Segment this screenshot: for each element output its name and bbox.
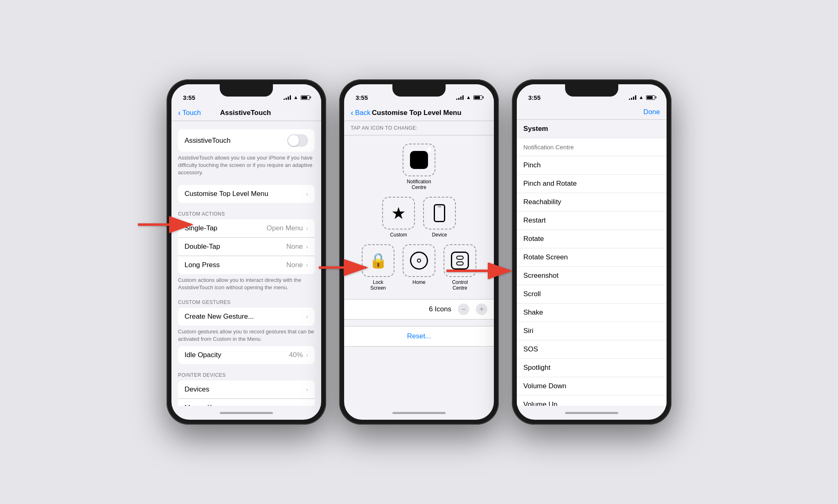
single-tap-item[interactable]: Single-Tap Open Menu › xyxy=(178,219,315,238)
idle-opacity-item[interactable]: Idle Opacity 40% › xyxy=(178,346,315,364)
pinch-rotate-item[interactable]: Pinch and Rotate xyxy=(517,175,667,193)
screen-2: 3:55 ▲ ‹ Bac xyxy=(344,84,494,420)
home-indicator-3 xyxy=(517,406,667,420)
back-label-2[interactable]: Back xyxy=(355,109,371,117)
customise-menu-item[interactable]: Customise Top Level Menu › xyxy=(178,185,315,203)
reset-button[interactable]: Reset... xyxy=(407,332,431,340)
long-press-value: None xyxy=(286,261,303,269)
device-item[interactable]: Device xyxy=(423,197,456,238)
siri-item[interactable]: Siri xyxy=(517,322,667,340)
phone-3: 3:55 ▲ Done xyxy=(512,79,671,425)
customise-menu-label: Customise Top Level Menu xyxy=(185,190,306,198)
assistive-touch-toggle-item[interactable]: AssistiveTouch xyxy=(178,129,315,152)
custom-actions-header: CUSTOM ACTIONS xyxy=(171,211,321,219)
custom-item[interactable]: ★ Custom xyxy=(382,197,415,238)
icon-row-1: NotificationCentre xyxy=(403,144,435,190)
time-1: 3:55 xyxy=(183,94,195,101)
single-tap-label: Single-Tap xyxy=(185,224,266,232)
content-3: System Notification Centre Pinch Pinch a… xyxy=(517,120,667,406)
home-bar-1 xyxy=(220,412,273,414)
rotate-screen-item[interactable]: Rotate Screen xyxy=(517,248,667,267)
mouse-keys-item[interactable]: Mouse Keys › xyxy=(178,399,315,406)
screen-3: 3:55 ▲ Done xyxy=(517,84,667,420)
increase-button[interactable]: + xyxy=(476,304,487,315)
icon-row-2: ★ Custom Device xyxy=(382,197,456,238)
devices-label: Devices xyxy=(185,385,306,394)
reset-bar: Reset... xyxy=(344,326,494,346)
battery-icon-3 xyxy=(646,95,655,100)
lock-screen-label: LockScreen xyxy=(370,279,386,291)
phone-frame-1: 3:55 ▲ ‹ Tou xyxy=(167,79,326,425)
time-2: 3:55 xyxy=(356,94,368,101)
decrease-button[interactable]: − xyxy=(458,304,469,315)
nav-bar-1: ‹ Touch AssistiveTouch xyxy=(171,105,321,121)
volume-down-item[interactable]: Volume Down xyxy=(517,377,667,396)
home-box xyxy=(403,244,435,277)
lock-screen-icon: 🔒 xyxy=(369,252,387,269)
signal-icon-2 xyxy=(456,95,464,100)
signal-icon-1 xyxy=(284,95,291,100)
scroll-item[interactable]: Scroll xyxy=(517,285,667,304)
back-button-2[interactable]: ‹ Back xyxy=(351,108,370,117)
lock-screen-box: 🔒 xyxy=(362,244,394,277)
status-icons-2: ▲ xyxy=(456,94,482,100)
device-icon xyxy=(434,204,445,222)
double-tap-value: None xyxy=(286,243,303,251)
phone-2: 3:55 ▲ ‹ Bac xyxy=(339,79,499,425)
rotate-item[interactable]: Rotate xyxy=(517,230,667,248)
double-tap-chevron: › xyxy=(306,243,308,250)
wifi-icon-1: ▲ xyxy=(293,94,298,100)
pointer-devices-section: POINTER DEVICES Devices › Mouse Keys › xyxy=(171,372,321,406)
notif-dot xyxy=(427,148,431,152)
home-indicator-2 xyxy=(344,406,494,420)
double-tap-item[interactable]: Double-Tap None › xyxy=(178,238,315,256)
time-3: 3:55 xyxy=(528,94,541,101)
back-label-1[interactable]: Touch xyxy=(182,109,201,117)
assistive-touch-description: AssistiveTouch allows you to use your iP… xyxy=(171,152,321,177)
control-centre-item[interactable]: ControlCentre xyxy=(444,244,476,291)
reachability-item[interactable]: Reachability xyxy=(517,193,667,212)
icon-row-3: 🔒 LockScreen Home xyxy=(362,244,476,291)
custom-gestures-description: Custom gestures allow you to record gest… xyxy=(171,326,321,343)
custom-star-icon: ★ xyxy=(391,205,406,221)
nav-title-2: Customise Top Level Menu xyxy=(370,109,463,117)
screenshot-item[interactable]: Screenshot xyxy=(517,267,667,285)
create-gesture-item[interactable]: Create New Gesture... › xyxy=(178,308,315,326)
long-press-item[interactable]: Long Press None › xyxy=(178,256,315,274)
back-button-1[interactable]: ‹ Touch xyxy=(178,108,201,117)
notification-centre-list-item[interactable]: Notification Centre xyxy=(517,138,667,156)
settings-group-toggle: AssistiveTouch xyxy=(178,129,315,152)
done-button[interactable]: Done xyxy=(635,108,660,116)
wifi-icon-3: ▲ xyxy=(639,94,644,100)
single-tap-value: Open Menu xyxy=(266,224,303,232)
idle-opacity-chevron: › xyxy=(306,352,308,358)
lock-screen-item[interactable]: 🔒 LockScreen xyxy=(362,244,394,291)
devices-item[interactable]: Devices › xyxy=(178,380,315,399)
spotlight-item[interactable]: Spotlight xyxy=(517,359,667,377)
notch-3 xyxy=(565,84,618,97)
volume-up-item[interactable]: Volume Up xyxy=(517,396,667,406)
devices-chevron: › xyxy=(306,386,308,393)
pinch-item[interactable]: Pinch xyxy=(517,156,667,175)
notification-centre-label: NotificationCentre xyxy=(407,179,431,190)
home-inner xyxy=(417,259,421,263)
home-item[interactable]: Home xyxy=(403,244,435,291)
control-centre-icon xyxy=(451,252,469,270)
single-tap-chevron: › xyxy=(306,225,308,232)
home-bar-3 xyxy=(565,412,618,414)
custom-gestures-section: CUSTOM GESTURES Create New Gesture... › … xyxy=(171,299,321,343)
shake-item[interactable]: Shake xyxy=(517,304,667,322)
custom-gestures-header: CUSTOM GESTURES xyxy=(171,299,321,308)
create-gesture-label: Create New Gesture... xyxy=(185,313,306,321)
custom-actions-section: CUSTOM ACTIONS Single-Tap Open Menu › Do… xyxy=(171,211,321,291)
notification-centre-item[interactable]: NotificationCentre xyxy=(403,144,435,190)
create-gesture-chevron: › xyxy=(306,313,308,320)
assistive-touch-switch[interactable] xyxy=(287,134,308,147)
home-label: Home xyxy=(412,279,426,285)
battery-icon-1 xyxy=(301,95,310,100)
screen-1: 3:55 ▲ ‹ Tou xyxy=(171,84,321,420)
restart-item[interactable]: Restart xyxy=(517,212,667,230)
nav-bar-3: Done xyxy=(517,105,667,120)
wifi-icon-2: ▲ xyxy=(466,94,471,100)
sos-item[interactable]: SOS xyxy=(517,340,667,359)
